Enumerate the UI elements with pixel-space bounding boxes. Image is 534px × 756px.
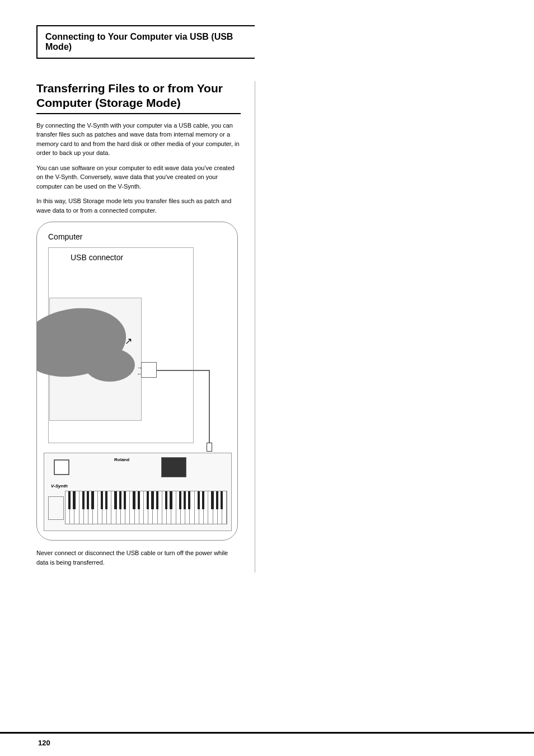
piano-key bbox=[98, 491, 102, 524]
piano-key bbox=[208, 491, 213, 524]
usb-connector-label: USB connector bbox=[71, 253, 123, 262]
piano-key bbox=[218, 491, 222, 524]
piano-key bbox=[107, 491, 111, 524]
piano-black-key bbox=[211, 491, 213, 509]
piano-black-key bbox=[156, 491, 158, 509]
paragraph-3: In this way, USB Storage mode lets you t… bbox=[36, 196, 241, 215]
footer-rule bbox=[0, 732, 534, 734]
content-columns: Transferring Files to or from Your Compu… bbox=[36, 81, 498, 572]
piano-key bbox=[70, 491, 74, 524]
piano-key bbox=[176, 491, 181, 524]
piano-key bbox=[102, 491, 107, 524]
section-underline bbox=[36, 113, 241, 114]
piano-black-key bbox=[138, 491, 140, 509]
usb-port-icon bbox=[141, 362, 157, 378]
paragraph-1: By connecting the V-Synth with your comp… bbox=[36, 121, 241, 158]
piano-key bbox=[204, 491, 208, 524]
note-text: Never connect or disconnect the USB cabl… bbox=[36, 548, 241, 567]
piano-key bbox=[144, 491, 148, 524]
computer-disc-small bbox=[85, 348, 135, 382]
piano-key bbox=[93, 491, 97, 524]
piano-key bbox=[125, 491, 130, 524]
paragraph-2: You can use software on your computer to… bbox=[36, 163, 241, 191]
piano-key bbox=[135, 491, 139, 524]
piano-key bbox=[167, 491, 171, 524]
piano-key bbox=[153, 491, 157, 524]
piano-black-key bbox=[202, 491, 204, 509]
piano-black-key bbox=[133, 491, 135, 509]
piano-key bbox=[199, 491, 204, 524]
piano-key bbox=[84, 491, 88, 524]
piano-key bbox=[139, 491, 144, 524]
piano-key bbox=[171, 491, 176, 524]
piano-keys bbox=[65, 491, 227, 524]
piano-key bbox=[121, 491, 125, 524]
piano-black-key bbox=[68, 491, 71, 509]
piano-black-key bbox=[73, 491, 75, 509]
right-column bbox=[255, 81, 473, 572]
piano-black-key bbox=[216, 491, 218, 509]
piano-black-key bbox=[114, 491, 116, 509]
piano-black-key bbox=[105, 491, 107, 509]
computer-label: Computer bbox=[48, 232, 82, 241]
usb-plug-icon bbox=[207, 443, 212, 452]
piano-black-key bbox=[119, 491, 121, 509]
usb-cable-v bbox=[209, 370, 210, 445]
piano-key bbox=[65, 491, 70, 524]
brand-label: Roland bbox=[114, 457, 129, 462]
usb-cable-h bbox=[157, 370, 210, 371]
piano-key bbox=[148, 491, 153, 524]
piano-key bbox=[181, 491, 185, 524]
piano-black-key bbox=[147, 491, 149, 509]
arrow-left-icon: ← bbox=[137, 370, 143, 377]
piano-black-key bbox=[101, 491, 103, 509]
page-title-text: Connecting to Your Computer via USB (USB… bbox=[45, 32, 233, 51]
product-label: V-Synth bbox=[51, 483, 68, 489]
piano-black-key bbox=[184, 491, 186, 509]
piano-black-key bbox=[165, 491, 167, 509]
keyboard-wheel-panel bbox=[48, 496, 64, 520]
page-number: 120 bbox=[38, 739, 50, 747]
arrow-insert-icon: ↗ bbox=[125, 336, 132, 346]
keyboard-pad bbox=[54, 459, 69, 475]
piano-key bbox=[185, 491, 190, 524]
piano-black-key bbox=[198, 491, 200, 509]
left-column: Transferring Files to or from Your Compu… bbox=[36, 81, 255, 572]
piano-key bbox=[88, 491, 93, 524]
connection-diagram: Computer USB connector ↗ → ← Roland V-Sy… bbox=[36, 222, 238, 541]
piano-black-key bbox=[82, 491, 85, 509]
piano-key bbox=[116, 491, 121, 524]
piano-key bbox=[158, 491, 162, 524]
piano-key bbox=[222, 491, 227, 524]
piano-black-key bbox=[170, 491, 172, 509]
piano-key bbox=[162, 491, 167, 524]
piano-black-key bbox=[87, 491, 89, 509]
piano-black-key bbox=[188, 491, 190, 509]
piano-black-key bbox=[221, 491, 223, 509]
piano-key bbox=[74, 491, 79, 524]
piano-key bbox=[111, 491, 116, 524]
keyboard-display bbox=[161, 457, 186, 477]
piano-key bbox=[195, 491, 199, 524]
piano-black-key bbox=[151, 491, 153, 509]
piano-key bbox=[79, 491, 84, 524]
piano-key bbox=[190, 491, 194, 524]
piano-key bbox=[130, 491, 134, 524]
section-heading: Transferring Files to or from Your Compu… bbox=[36, 81, 241, 111]
piano-black-key bbox=[179, 491, 181, 509]
piano-black-key bbox=[91, 491, 93, 509]
piano-black-key bbox=[124, 491, 126, 509]
page-title-box: Connecting to Your Computer via USB (USB… bbox=[36, 25, 255, 59]
page: Connecting to Your Computer via USB (USB… bbox=[0, 0, 534, 756]
piano-key bbox=[213, 491, 218, 524]
note-block: Never connect or disconnect the USB cabl… bbox=[36, 548, 241, 567]
